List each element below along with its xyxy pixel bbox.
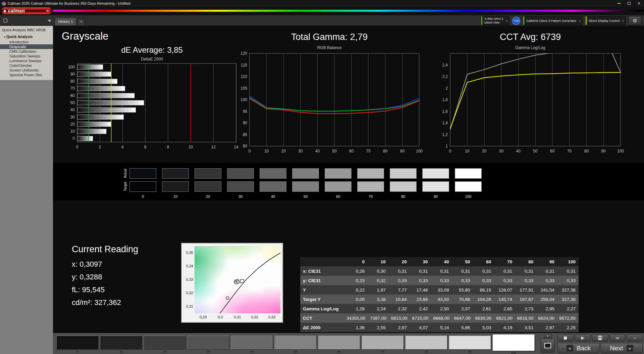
next-chevrons-icon: »	[626, 345, 634, 352]
table-cell: 241,54	[536, 285, 557, 295]
pattern-window-button[interactable]	[541, 339, 555, 353]
svg-text:1: 1	[445, 144, 448, 148]
pattern-level-button-80[interactable]: 80	[405, 334, 447, 354]
actual-swatch-70	[357, 168, 384, 179]
tab-history-1[interactable]: History 1	[55, 17, 76, 26]
pattern-swatch[interactable]	[405, 336, 447, 350]
svg-text:1,2: 1,2	[442, 132, 448, 137]
cie-x-tick: 0,29	[198, 315, 208, 319]
pattern-level-button-0[interactable]: 0	[56, 334, 99, 354]
pattern-level-label: 10	[119, 350, 123, 353]
svg-text:20: 20	[482, 149, 487, 153]
sidebar-item-cms-calibration[interactable]: CMS Calibration	[0, 49, 53, 54]
pattern-generator-dropdown[interactable]: CalMAN Client 3 Pattern Generator ▼	[523, 16, 583, 25]
svg-text:90: 90	[601, 149, 606, 153]
logo-menu-caret-icon[interactable]: ▼	[45, 8, 50, 13]
svg-text:80: 80	[243, 144, 248, 148]
actual-row-label: Actual	[123, 168, 128, 179]
pattern-level-button-30[interactable]: 30	[187, 334, 229, 354]
table-cell: 197,67	[515, 295, 536, 304]
pattern-swatch[interactable]	[144, 336, 186, 350]
target-swatch-60	[325, 181, 352, 192]
pattern-swatch[interactable]	[231, 336, 273, 350]
table-cell: 0,33	[494, 276, 515, 285]
svg-text:40: 40	[516, 149, 521, 153]
calman-logo-button[interactable]: ◆ calman ▼	[1, 7, 52, 14]
stop-icon	[564, 337, 567, 340]
sidebar-item-spectral-power-dist-[interactable]: Spectral Power Dist.	[0, 73, 53, 77]
table-cell: 145,74	[494, 295, 515, 304]
gear-icon: ⚙	[633, 18, 637, 24]
pattern-swatch[interactable]	[56, 336, 99, 350]
add-tab-button[interactable]: +	[77, 18, 85, 26]
svg-text:1,6: 1,6	[442, 109, 448, 114]
table-cell: 43,50	[431, 295, 452, 304]
pattern-level-label: 80	[425, 350, 428, 353]
pattern-level-button-100[interactable]: 100	[492, 334, 535, 354]
pattern-level-button-50[interactable]: 50	[274, 334, 317, 354]
table-cell: 0,31	[410, 266, 431, 276]
table-cell: 0,33	[515, 276, 536, 285]
tree-root-quick-analysis[interactable]: ▾Quick Analysis	[0, 34, 53, 40]
pattern-swatch[interactable]	[274, 336, 317, 350]
pattern-swatch[interactable]	[187, 336, 229, 350]
single-measure-button[interactable]: ○	[627, 334, 643, 342]
target-swatch-70	[357, 181, 384, 192]
panel-expand-button[interactable]: ▲	[544, 334, 551, 338]
pattern-swatch[interactable]	[362, 336, 404, 350]
continuous-measure-button[interactable]: ∞	[609, 334, 626, 342]
close-button[interactable]: ×	[634, 0, 644, 7]
save-button[interactable]	[592, 334, 608, 342]
sidebar-item-saturation-sweeps[interactable]: Saturation Sweeps	[0, 54, 53, 58]
sidebar-collapse-button[interactable]: ◀	[48, 18, 50, 23]
pattern-swatch[interactable]	[100, 336, 142, 350]
reading-fl: fL: 95,545	[72, 285, 138, 294]
de-average-readout: dE Average: 3,85	[62, 45, 241, 57]
pattern-level-button-40[interactable]: 40	[231, 334, 273, 354]
svg-text:110: 110	[241, 74, 247, 79]
sidebar-item-colorchecker[interactable]: ColorChecker	[0, 63, 53, 68]
cie-y-tick: 0,32	[182, 291, 193, 295]
pattern-swatch[interactable]	[492, 334, 535, 351]
session-circle-icon[interactable]	[3, 18, 8, 23]
display-control-dropdown[interactable]: Direct Display Control ▼	[585, 16, 626, 25]
svg-text:100: 100	[68, 65, 75, 70]
pattern-level-button-70[interactable]: 70	[362, 334, 404, 354]
table-cell: 0,26	[346, 266, 368, 276]
table-cell: 6621,00	[494, 313, 516, 323]
table-cell: 86,15	[473, 285, 494, 295]
next-button[interactable]: Next »	[601, 343, 643, 353]
sidebar-item-screen-uniformity[interactable]: Screen Uniformity	[0, 68, 53, 73]
pattern-swatch[interactable]	[318, 336, 360, 350]
pattern-swatch[interactable]	[449, 336, 491, 350]
pattern-level-button-90[interactable]: 90	[449, 334, 491, 354]
sidebar-item-introduction[interactable]: Introduction	[0, 40, 53, 44]
table-cell: 327,36	[557, 285, 579, 295]
delta-e-chart-block: dE Average: 3,85 DeltaE 2000 10090807060…	[62, 45, 241, 153]
pattern-level-button-10[interactable]: 10	[100, 334, 142, 354]
settings-button[interactable]: ⚙	[629, 16, 641, 25]
cie-x-tick: 0,3	[215, 315, 225, 319]
minimize-button[interactable]	[614, 0, 624, 7]
pattern-level-button-20[interactable]: 20	[144, 334, 186, 354]
pattern-level-label: 50	[294, 350, 297, 353]
svg-text:90: 90	[400, 149, 405, 153]
svg-text:2,4: 2,4	[442, 63, 448, 68]
sidebar-item-luminance-sweeps[interactable]: Luminance Sweeps	[0, 58, 53, 63]
play-button[interactable]: ▶	[575, 334, 591, 342]
exposure-badge[interactable]: 716	[512, 17, 520, 25]
back-button[interactable]: « Back	[557, 343, 599, 353]
device-cluster: X-Rite i1Pro 3 Direct View ▼ 716 CalMAN …	[481, 16, 641, 25]
tree-expander-icon[interactable]: ▾	[4, 36, 5, 39]
table-cell: 0,22	[346, 285, 368, 295]
table-column-header: 100	[557, 257, 579, 266]
restore-button[interactable]	[624, 0, 634, 7]
table-cell: 0,31	[536, 266, 557, 276]
table-column-header: 60	[473, 257, 494, 266]
meter-dropdown[interactable]: X-Rite i1Pro 3 Direct View ▼	[481, 16, 509, 25]
pattern-level-button-60[interactable]: 60	[318, 334, 360, 354]
table-cell: 34355,00	[346, 313, 368, 323]
stop-button[interactable]	[557, 334, 574, 342]
sidebar-item-grayscale[interactable]: Grayscale	[0, 44, 53, 49]
target-swatch-80	[390, 181, 417, 192]
